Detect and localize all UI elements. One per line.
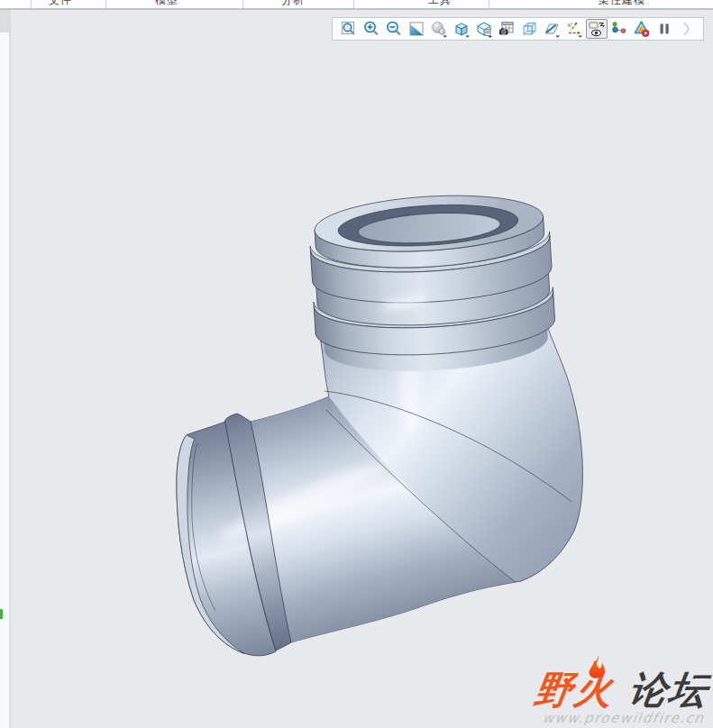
ribbon-menubar: 文件 模型 分析 工具 柔性建模 [0,0,713,10]
model-geometry[interactable] [177,189,583,656]
dropdown-arrow [579,36,583,38]
refit-button[interactable] [338,19,360,39]
repaint-button[interactable] [406,19,427,39]
zoom-in-icon [362,20,380,38]
left-strip-top-block [0,9,9,32]
menubar-divider [353,0,354,8]
refit-icon [340,20,358,38]
saved-orientations-icon [452,20,471,38]
dropdown-arrow [489,36,493,38]
resume-button [676,19,698,39]
top-ring-stack[interactable] [307,189,557,378]
snapshot-icon [498,20,516,38]
panel-divider[interactable] [9,9,11,728]
dropdown-arrow [556,36,561,38]
in-graphics-toolbar: x/ [332,17,704,41]
watermark-title-dark: 论坛 [626,668,712,712]
annotation-display-icon [588,20,606,38]
dropdown-arrow [443,36,448,38]
tab-model[interactable]: 模型 [131,0,203,8]
dropdown-arrow [466,36,471,38]
display-style-icon [430,20,448,38]
pause-button[interactable] [654,19,675,39]
zoom-in-button[interactable] [361,19,382,39]
tab-tools[interactable]: 工具 [404,0,476,8]
dragger-display-button[interactable] [608,19,630,39]
resume-icon [678,20,696,38]
view-manager-icon [475,20,493,38]
watermark-url: www.proewildfire.cn [530,710,706,726]
zoom-out-icon [385,20,403,38]
datum-axis-display-icon: x/ [565,20,583,38]
selection-indicator-bar [0,609,3,619]
saved-orientations-button[interactable] [451,19,472,39]
view-manager-button[interactable] [473,19,495,39]
dragger-display-icon [610,20,628,38]
datum-axis-display-button[interactable]: x/ [563,19,585,39]
display-style-button[interactable] [428,19,450,39]
menubar-divider [242,0,243,8]
flame-icon [585,655,608,678]
svg-text:x/: x/ [567,22,573,28]
snapshot-button[interactable] [496,19,517,39]
pause-icon [655,20,673,38]
repaint-icon [407,20,425,38]
zoom-out-button[interactable] [383,19,405,39]
simulate-play-icon [633,20,651,38]
tab-analysis[interactable]: 分析 [257,0,329,8]
menubar-divider [489,0,489,8]
transparent-view-icon [520,20,538,38]
annotation-display-button[interactable] [586,19,608,39]
menubar-divider [31,0,32,8]
left-panel-strip [0,9,9,728]
forum-watermark: 野火 论坛 www.proewildfire.cn [530,670,711,726]
simulate-play-button[interactable] [631,19,653,39]
tab-file[interactable]: 文件 [24,0,96,8]
tab-flexible-modeling[interactable]: 柔性建模 [586,0,658,8]
menubar-divider [105,0,106,8]
datum-plane-display-icon [543,20,561,38]
datum-plane-display-button[interactable] [541,19,562,39]
transparent-view-button[interactable] [518,19,540,39]
watermark-title: 野火 论坛 [533,670,712,710]
pipe-elbow-model[interactable] [0,0,713,728]
watermark-title-orange: 野火 [532,668,633,712]
